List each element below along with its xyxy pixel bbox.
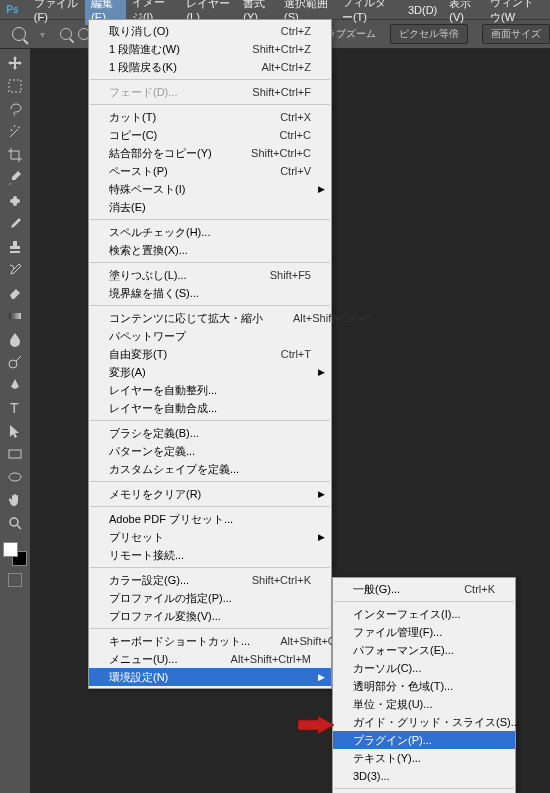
edit-menu-item-9[interactable]: ペースト(P)Ctrl+V bbox=[89, 162, 331, 180]
edit-menu-item-6[interactable]: カット(T)Ctrl+X bbox=[89, 108, 331, 126]
edit-menu-item-accel: Shift+Ctrl+Z bbox=[252, 43, 311, 55]
pen-tool[interactable] bbox=[4, 375, 26, 395]
edit-menu-item-14[interactable]: 検索と置換(X)... bbox=[89, 241, 331, 259]
brush-tool[interactable] bbox=[4, 214, 26, 234]
edit-menu-item-37[interactable]: プロファイルの指定(P)... bbox=[89, 589, 331, 607]
eraser-tool[interactable] bbox=[4, 283, 26, 303]
prefs-menu-item-2[interactable]: インターフェイス(I)... bbox=[333, 605, 515, 623]
edit-menu-item-8[interactable]: 結合部分をコピー(Y)Shift+Ctrl+C bbox=[89, 144, 331, 162]
edit-menu-item-label: 塗りつぶし(L)... bbox=[109, 268, 240, 283]
edit-menu-item-42[interactable]: 環境設定(N)▶ bbox=[89, 668, 331, 686]
eyedropper-tool[interactable] bbox=[4, 168, 26, 188]
menu-filter[interactable]: フィルター(T) bbox=[336, 0, 402, 27]
edit-menu-item-accel: Alt+Ctrl+Z bbox=[261, 61, 311, 73]
edit-menu-item-20[interactable]: パペットワープ bbox=[89, 327, 331, 345]
edit-menu-item-33[interactable]: プリセット▶ bbox=[89, 528, 331, 546]
edit-menu-item-36[interactable]: カラー設定(G)...Shift+Ctrl+K bbox=[89, 571, 331, 589]
edit-menu-item-40[interactable]: キーボードショートカット...Alt+Shift+Ctrl+K bbox=[89, 632, 331, 650]
edit-menu-item-23[interactable]: レイヤーを自動整列... bbox=[89, 381, 331, 399]
edit-menu-item-19[interactable]: コンテンツに応じて拡大・縮小Alt+Shift+Ctrl+C bbox=[89, 309, 331, 327]
edit-menu-item-26[interactable]: ブラシを定義(B)... bbox=[89, 424, 331, 442]
edit-menu-item-24[interactable]: レイヤーを自動合成... bbox=[89, 399, 331, 417]
prefs-menu-item-10[interactable]: テキスト(Y)... bbox=[333, 749, 515, 767]
edit-menu-item-label: パターンを定義... bbox=[109, 444, 311, 459]
menu-view[interactable]: 表示(V) bbox=[443, 0, 484, 25]
edit-menu-item-label: カット(T) bbox=[109, 110, 250, 125]
zoom-tool[interactable] bbox=[4, 513, 26, 533]
dodge-tool[interactable] bbox=[4, 352, 26, 372]
foreground-color-swatch[interactable] bbox=[3, 542, 18, 557]
zoom-mode-icons[interactable] bbox=[59, 27, 91, 41]
edit-menu-item-41[interactable]: メニュー(U)...Alt+Shift+Ctrl+M bbox=[89, 650, 331, 668]
edit-menu-item-30[interactable]: メモリをクリア(R)▶ bbox=[89, 485, 331, 503]
edit-menu-item-1[interactable]: 1 段階進む(W)Shift+Ctrl+Z bbox=[89, 40, 331, 58]
stamp-tool[interactable] bbox=[4, 237, 26, 257]
edit-menu-item-21[interactable]: 自由変形(T)Ctrl+T bbox=[89, 345, 331, 363]
ellipse-tool[interactable] bbox=[4, 467, 26, 487]
prefs-menu-item-3[interactable]: ファイル管理(F)... bbox=[333, 623, 515, 641]
color-swatches[interactable] bbox=[3, 542, 27, 566]
edit-menu-item-label: プリセット bbox=[109, 530, 311, 545]
wand-tool[interactable] bbox=[4, 122, 26, 142]
crop-tool[interactable] bbox=[4, 145, 26, 165]
prefs-menu-item-label: カーソル(C)... bbox=[353, 661, 495, 676]
edit-menu-item-38[interactable]: プロファイル変換(V)... bbox=[89, 607, 331, 625]
type-tool[interactable]: T bbox=[4, 398, 26, 418]
edit-menu-item-16[interactable]: 塗りつぶし(L)...Shift+F5 bbox=[89, 266, 331, 284]
edit-menu-item-label: レイヤーを自動合成... bbox=[109, 401, 311, 416]
edit-menu-item-label: 取り消し(O) bbox=[109, 24, 251, 39]
edit-menu-separator bbox=[90, 219, 330, 220]
edit-menu-item-17[interactable]: 境界線を描く(S)... bbox=[89, 284, 331, 302]
edit-menu-item-0[interactable]: 取り消し(O)Ctrl+Z bbox=[89, 22, 331, 40]
edit-menu-item-32[interactable]: Adobe PDF プリセット... bbox=[89, 510, 331, 528]
edit-menu-item-label: リモート接続... bbox=[109, 548, 311, 563]
edit-menu-separator bbox=[90, 305, 330, 306]
edit-menu-item-label: 環境設定(N) bbox=[109, 670, 311, 685]
healing-tool[interactable] bbox=[4, 191, 26, 211]
menu-window[interactable]: ウィンドウ(W bbox=[484, 0, 550, 27]
marquee-tool[interactable] bbox=[4, 76, 26, 96]
menu-file[interactable]: ファイル(F) bbox=[28, 0, 85, 25]
prefs-menu-separator bbox=[334, 788, 514, 789]
edit-menu-item-7[interactable]: コピー(C)Ctrl+C bbox=[89, 126, 331, 144]
fit-screen-button[interactable]: 画面サイズ bbox=[482, 24, 550, 44]
prefs-menu-item-5[interactable]: カーソル(C)... bbox=[333, 659, 515, 677]
edit-menu-item-accel: Ctrl+C bbox=[280, 129, 311, 141]
path-select-tool[interactable] bbox=[4, 421, 26, 441]
edit-menu-item-label: プロファイルの指定(P)... bbox=[109, 591, 311, 606]
prefs-menu-item-0[interactable]: 一般(G)...Ctrl+K bbox=[333, 580, 515, 598]
prefs-menu-item-8[interactable]: ガイド・グリッド・スライス(S)... bbox=[333, 713, 515, 731]
lasso-tool[interactable] bbox=[4, 99, 26, 119]
edit-menu-item-13[interactable]: スペルチェック(H)... bbox=[89, 223, 331, 241]
svg-rect-3 bbox=[9, 313, 21, 319]
edit-menu-item-34[interactable]: リモート接続... bbox=[89, 546, 331, 564]
move-tool[interactable] bbox=[4, 53, 26, 73]
rectangle-tool[interactable] bbox=[4, 444, 26, 464]
submenu-arrow-icon: ▶ bbox=[318, 532, 325, 542]
history-brush-tool[interactable] bbox=[4, 260, 26, 280]
edit-menu-item-2[interactable]: 1 段階戻る(K)Alt+Ctrl+Z bbox=[89, 58, 331, 76]
hand-tool[interactable] bbox=[4, 490, 26, 510]
submenu-arrow-icon: ▶ bbox=[318, 367, 325, 377]
edit-menu-item-label: コンテンツに応じて拡大・縮小 bbox=[109, 311, 263, 326]
edit-menu-item-22[interactable]: 変形(A)▶ bbox=[89, 363, 331, 381]
prefs-menu-item-6[interactable]: 透明部分・色域(T)... bbox=[333, 677, 515, 695]
edit-menu-item-label: 1 段階戻る(K) bbox=[109, 60, 231, 75]
edit-menu-item-27[interactable]: パターンを定義... bbox=[89, 442, 331, 460]
edit-menu-item-label: スペルチェック(H)... bbox=[109, 225, 311, 240]
edit-menu-item-28[interactable]: カスタムシェイプを定義... bbox=[89, 460, 331, 478]
edit-menu-item-label: 結合部分をコピー(Y) bbox=[109, 146, 221, 161]
edit-menu-item-11[interactable]: 消去(E) bbox=[89, 198, 331, 216]
svg-point-8 bbox=[10, 518, 18, 526]
edit-menu-item-label: フェード(D)... bbox=[109, 85, 222, 100]
prefs-menu-item-4[interactable]: パフォーマンス(E)... bbox=[333, 641, 515, 659]
quick-mask-toggle[interactable] bbox=[8, 573, 22, 587]
pixel-actual-button[interactable]: ピクセル等倍 bbox=[390, 24, 468, 44]
prefs-menu-item-11[interactable]: 3D(3)... bbox=[333, 767, 515, 785]
prefs-menu-item-9[interactable]: プラグイン(P)... bbox=[333, 731, 515, 749]
gradient-tool[interactable] bbox=[4, 306, 26, 326]
menu-3d[interactable]: 3D(D) bbox=[402, 2, 443, 18]
prefs-menu-item-7[interactable]: 単位・定規(U)... bbox=[333, 695, 515, 713]
edit-menu-item-10[interactable]: 特殊ペースト(I)▶ bbox=[89, 180, 331, 198]
blur-tool[interactable] bbox=[4, 329, 26, 349]
